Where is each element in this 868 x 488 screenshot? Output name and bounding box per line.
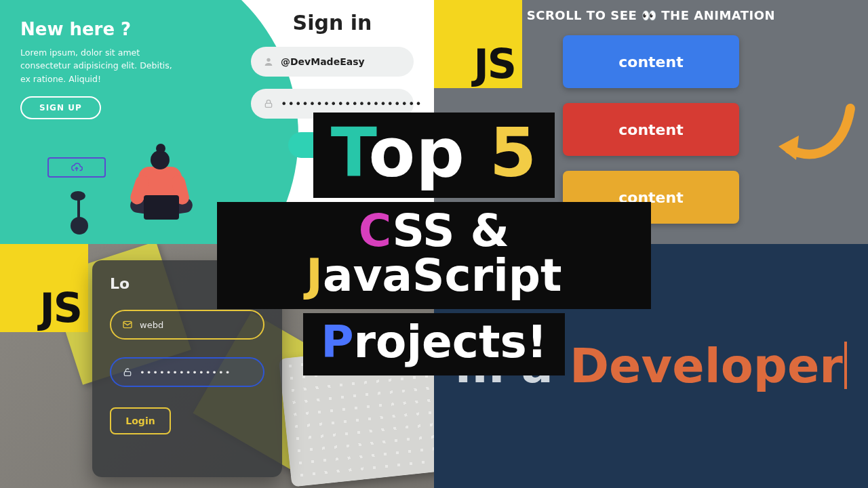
text-cursor-icon	[844, 342, 847, 389]
user-icon	[263, 56, 274, 67]
content-card[interactable]: content	[563, 35, 739, 88]
headline-line-1: Top 5	[313, 113, 555, 198]
headline-line-2: CSS & JavaScript	[217, 202, 651, 309]
promo-copy: Lorem ipsum, dolor sit amet consectetur …	[20, 46, 183, 85]
signup-button[interactable]: SIGN UP	[20, 96, 101, 119]
svg-point-0	[267, 58, 270, 62]
curved-arrow-icon	[776, 102, 857, 176]
svg-rect-3	[124, 371, 130, 375]
login-button[interactable]: Login	[110, 407, 171, 434]
lock-icon	[263, 98, 274, 109]
signin-promo: New here ? Lorem ipsum, dolor sit amet c…	[20, 19, 224, 119]
promo-title: New here ?	[20, 19, 224, 39]
person-illustration	[114, 148, 216, 243]
username-value: @DevMadeEasy	[281, 56, 365, 67]
login-label: Login	[125, 415, 155, 426]
email-value: webd	[140, 320, 163, 330]
envelope-icon	[122, 319, 133, 330]
password-value: ••••••••••••••••••••	[281, 98, 422, 110]
signin-title: Sign in	[251, 11, 414, 35]
cloud-upload-icon	[71, 161, 83, 174]
unlock-icon	[122, 367, 133, 378]
plant-illustration	[77, 198, 80, 218]
signup-label: SIGN UP	[39, 103, 82, 113]
username-field[interactable]: @DevMadeEasy	[251, 47, 414, 77]
scroll-title: SCROLL TO SEE 👀 THE ANIMATION	[434, 8, 868, 22]
upload-button[interactable]	[47, 157, 106, 178]
headline-line-3: Projects!	[303, 313, 565, 375]
svg-rect-1	[265, 103, 271, 107]
headline-overlay: Top 5 CSS & JavaScript Projects!	[217, 110, 651, 378]
js-badge: JS	[0, 244, 88, 332]
